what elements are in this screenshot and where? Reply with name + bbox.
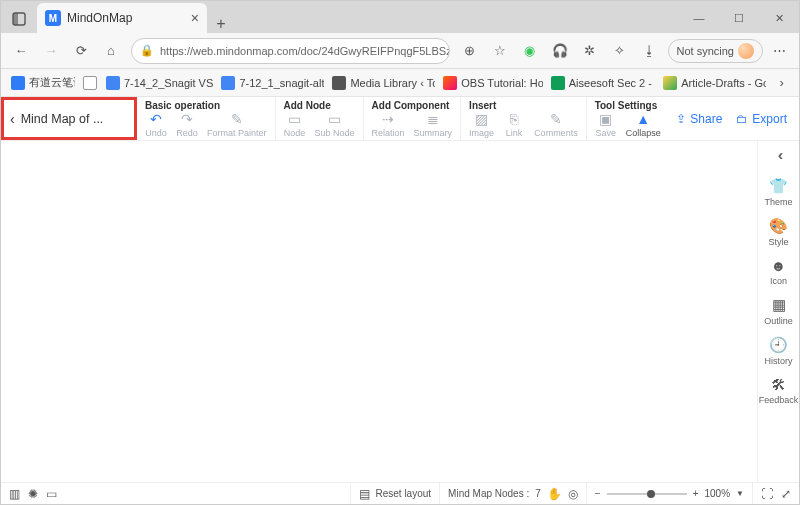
app-toolbar: ‹ Mind Map of ... Basic operation ↶Undo …: [1, 97, 799, 141]
summary-icon: ≣: [427, 112, 439, 127]
nav-home-button[interactable]: ⌂: [97, 37, 125, 65]
zoom-in-button[interactable]: +: [693, 488, 699, 499]
outline-icon: ▦: [772, 296, 786, 314]
zoom-icon[interactable]: ⊕: [456, 37, 484, 65]
more-button[interactable]: ⋯: [765, 37, 793, 65]
side-outline[interactable]: ▦Outline: [764, 296, 793, 326]
export-button[interactable]: 🗀Export: [736, 112, 787, 126]
bookmark-item[interactable]: Media Library ‹ Top...: [328, 74, 435, 92]
panel-collapse-button[interactable]: ‹‹: [778, 147, 779, 163]
fit-icon[interactable]: ⛶: [761, 487, 773, 501]
palette-icon: 🎨: [769, 217, 788, 235]
toolbar-right: ⇪Share 🗀Export: [676, 97, 799, 140]
bookmarks-overflow-button[interactable]: ›: [770, 69, 793, 97]
group-tool: Tool Settings ▣Save ▲Collapse: [587, 97, 669, 140]
bookmark-item[interactable]: 有道云笔记: [7, 73, 75, 92]
link-button[interactable]: ⎘Link: [503, 112, 525, 138]
new-tab-button[interactable]: +: [207, 15, 235, 33]
canvas[interactable]: [1, 141, 757, 482]
close-window-button[interactable]: ✕: [759, 3, 799, 33]
svg-rect-1: [13, 13, 18, 25]
node-button[interactable]: ▭Node: [284, 112, 306, 138]
favorite-button[interactable]: ☆: [486, 37, 514, 65]
group-insert: Insert ▨Image ⎘Link ✎Comments: [461, 97, 587, 140]
status-icon-2[interactable]: ✺: [28, 487, 38, 501]
tab-close-button[interactable]: ×: [191, 10, 199, 26]
side-history[interactable]: 🕘History: [764, 336, 792, 366]
profile-sync-button[interactable]: Not syncing: [668, 39, 763, 63]
save-button[interactable]: ▣Save: [595, 112, 617, 138]
tab-overview-button[interactable]: [5, 5, 33, 33]
extensions-button[interactable]: ✲: [576, 37, 604, 65]
bookmark-icon: [663, 76, 677, 90]
bookmark-item[interactable]: [79, 74, 98, 92]
group-header: Basic operation: [145, 100, 267, 111]
doc-title-region[interactable]: ‹ Mind Map of ...: [1, 97, 137, 140]
undo-button[interactable]: ↶Undo: [145, 112, 167, 138]
fullscreen-icon[interactable]: ⤢: [781, 487, 791, 501]
nav-back-button[interactable]: ←: [7, 37, 35, 65]
status-icon-3[interactable]: ▭: [46, 487, 57, 501]
comments-button[interactable]: ✎Comments: [534, 112, 578, 138]
bookmark-item[interactable]: Aiseesoft Sec 2 - W...: [547, 74, 655, 92]
layout-icon: ▤: [359, 487, 370, 501]
reset-layout-button[interactable]: ▤ Reset layout: [350, 483, 432, 504]
zoom-slider[interactable]: [607, 493, 687, 495]
bookmark-icon: [551, 76, 565, 90]
redo-button[interactable]: ↷Redo: [176, 112, 198, 138]
minimize-button[interactable]: —: [679, 3, 719, 33]
zoom-out-button[interactable]: −: [595, 488, 601, 499]
group-header: Insert: [469, 100, 578, 111]
target-icon[interactable]: ◎: [568, 487, 578, 501]
bookmark-icon: [11, 76, 25, 90]
bookmark-item[interactable]: 7-12_1_snagit-alter...: [217, 74, 324, 92]
maximize-button[interactable]: ☐: [719, 3, 759, 33]
brush-icon: ✎: [231, 112, 243, 127]
subnode-icon: ▭: [328, 112, 341, 127]
bookmark-item[interactable]: Article-Drafts - Goo...: [659, 74, 766, 92]
link-icon: ⎘: [510, 112, 518, 127]
nav-refresh-button[interactable]: ⟳: [67, 37, 95, 65]
toolbar-groups: Basic operation ↶Undo ↷Redo ✎Format Pain…: [137, 97, 676, 140]
bookmark-icon: [332, 76, 346, 90]
downloads-button[interactable]: ⭳: [636, 37, 664, 65]
zoom-control[interactable]: − + 100% ▼: [586, 483, 744, 504]
browser-tab[interactable]: M MindOnMap ×: [37, 3, 207, 33]
undo-icon: ↶: [150, 112, 162, 127]
group-header: Add Node: [284, 100, 355, 111]
side-theme[interactable]: 👕Theme: [764, 177, 792, 207]
doc-title: Mind Map of ...: [21, 112, 104, 126]
ext1-icon[interactable]: ◉: [516, 37, 544, 65]
bookmark-item[interactable]: OBS Tutorial: How...: [439, 74, 542, 92]
share-button[interactable]: ⇪Share: [676, 112, 722, 126]
group-add-component: Add Component ⇢Relation ≣Summary: [364, 97, 462, 140]
bookmark-item[interactable]: 7-14_2_Snagit VS S...: [102, 74, 213, 92]
bookmark-icon: [83, 76, 97, 90]
back-icon[interactable]: ‹: [10, 111, 15, 127]
side-icon[interactable]: ☻Icon: [770, 257, 787, 286]
zoom-dropdown-icon[interactable]: ▼: [736, 489, 744, 498]
sync-label: Not syncing: [677, 45, 734, 57]
window-controls: — ☐ ✕: [679, 3, 799, 33]
image-icon: ▨: [475, 112, 488, 127]
summary-button[interactable]: ≣Summary: [414, 112, 453, 138]
nav-forward-button[interactable]: →: [37, 37, 65, 65]
side-panel: ‹‹ 👕Theme 🎨Style ☻Icon ▦Outline 🕘History…: [757, 141, 799, 482]
hand-icon[interactable]: ✋: [547, 487, 562, 501]
format-painter-button[interactable]: ✎Format Painter: [207, 112, 267, 138]
image-button[interactable]: ▨Image: [469, 112, 494, 138]
sub-node-button[interactable]: ▭Sub Node: [315, 112, 355, 138]
folder-icon: 🗀: [736, 112, 748, 126]
side-style[interactable]: 🎨Style: [768, 217, 788, 247]
relation-button[interactable]: ⇢Relation: [372, 112, 405, 138]
ext2-icon[interactable]: 🎧: [546, 37, 574, 65]
side-feedback[interactable]: 🛠Feedback: [759, 376, 799, 405]
collections-button[interactable]: ✧: [606, 37, 634, 65]
url-input[interactable]: 🔒 https://web.mindonmap.com/doc/24dGwyRE…: [131, 38, 450, 64]
bookmark-icon: [443, 76, 457, 90]
zoom-value: 100%: [705, 488, 731, 499]
collapse-button[interactable]: ▲Collapse: [626, 112, 661, 138]
comment-icon: ✎: [550, 112, 562, 127]
address-bar: ← → ⟳ ⌂ 🔒 https://web.mindonmap.com/doc/…: [1, 33, 799, 69]
status-icon-1[interactable]: ▥: [9, 487, 20, 501]
